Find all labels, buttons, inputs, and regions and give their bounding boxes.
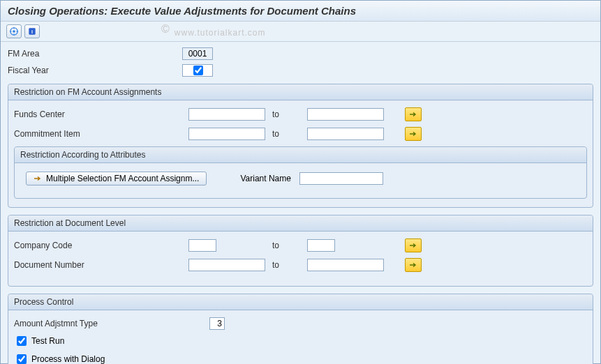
arrow-right-icon [34,175,42,182]
process-dialog-label: Process with Dialog [31,354,105,364]
commitment-item-from-input[interactable] [188,128,265,140]
window: © www.tutorialkart.com Closing Operation… [0,0,601,364]
group-document-level: Restriction at Document Level Company Co… [8,215,593,287]
execute-button[interactable] [6,24,22,38]
commitment-item-label: Commitment Item [14,129,188,139]
to-label: to [265,260,307,270]
commitment-item-multi-button[interactable] [405,127,422,141]
process-dialog-checkbox[interactable] [17,354,27,364]
subgroup-attributes: Restriction According to Attributes Mult… [14,146,587,199]
info-icon: i [27,26,37,36]
doc-number-to-input[interactable] [307,259,384,271]
fm-area-label: FM Area [8,49,182,59]
company-code-label: Company Code [14,241,188,250]
body: FM Area Fiscal Year Restriction on FM Ac… [1,42,600,364]
company-code-multi-button[interactable] [405,238,422,252]
company-code-to-input[interactable] [307,239,335,252]
commitment-item-to-input[interactable] [307,128,384,140]
toolbar: i [1,22,600,42]
group-fm-assignments: Restriction on FM Account Assignments Fu… [8,84,593,208]
to-label: to [265,241,307,250]
test-run-checkbox[interactable] [17,336,27,346]
titlebar: Closing Operations: Execute Value Adjust… [1,1,600,22]
arrow-right-icon [409,130,417,137]
group-doc-title: Restriction at Document Level [8,215,593,232]
funds-center-multi-button[interactable] [405,107,422,121]
amount-type-input[interactable] [209,317,225,330]
info-button[interactable]: i [24,24,40,38]
subgroup-attributes-title: Restriction According to Attributes [15,147,586,163]
group-proc-title: Process Control [8,294,593,310]
doc-number-multi-button[interactable] [405,258,422,272]
company-code-from-input[interactable] [188,239,216,252]
fiscal-year-label: Fiscal Year [8,66,182,75]
doc-number-from-input[interactable] [188,259,265,271]
document-number-label: Document Number [14,260,188,270]
to-label: to [265,129,307,139]
arrow-right-icon [409,261,417,268]
funds-center-from-input[interactable] [188,108,265,121]
multi-select-fm-label: Multiple Selection FM Account Assignm... [46,174,199,183]
group-fm-title: Restriction on FM Account Assignments [8,84,593,100]
svg-point-1 [13,30,15,33]
fiscal-year-checkbox[interactable] [193,66,203,75]
funds-center-label: Funds Center [14,109,188,119]
execute-icon [9,26,19,36]
test-run-label: Test Run [31,336,64,346]
arrow-right-icon [409,242,417,249]
page-title: Closing Operations: Execute Value Adjust… [8,5,593,17]
amount-type-label: Amount Adjstmnt Type [14,319,209,328]
fm-area-input[interactable] [182,47,213,60]
group-process-control: Process Control Amount Adjstmnt Type Tes… [8,294,593,364]
funds-center-to-input[interactable] [307,108,384,121]
variant-name-label: Variant Name [240,174,290,183]
multi-select-fm-button[interactable]: Multiple Selection FM Account Assignm... [26,172,207,185]
arrow-right-icon [409,111,417,118]
svg-text:i: i [31,29,33,34]
to-label: to [265,109,307,119]
variant-name-input[interactable] [299,172,383,185]
